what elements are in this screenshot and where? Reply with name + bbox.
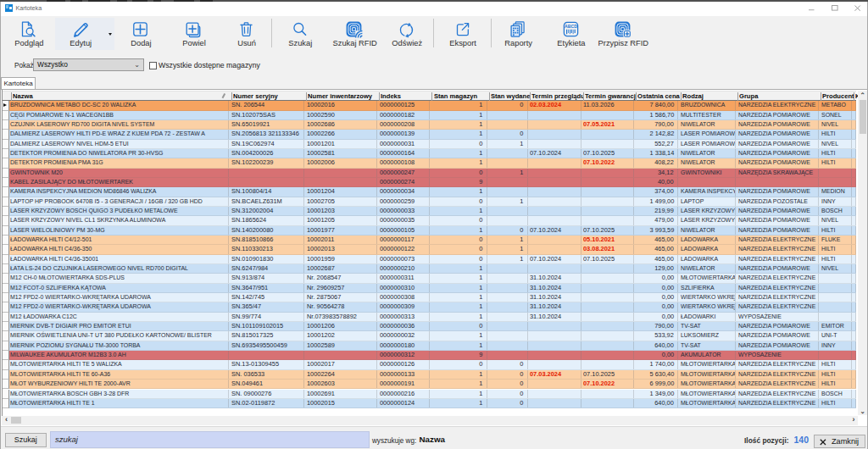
svg-text:ABCD: ABCD: [565, 23, 577, 28]
